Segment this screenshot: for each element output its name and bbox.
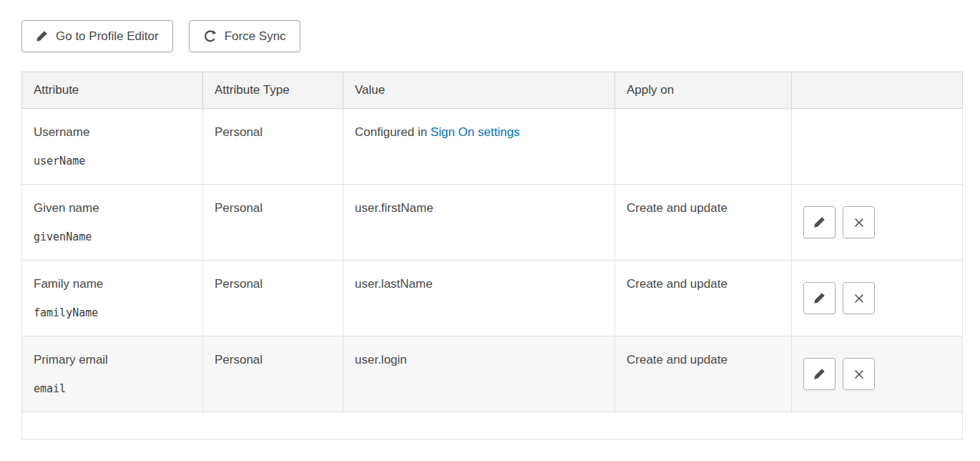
pencil-icon xyxy=(813,216,825,228)
attribute-label: Given name xyxy=(34,201,191,215)
table-row: Given name givenName Personal user.first… xyxy=(22,185,963,261)
table-row: Family name familyName Personal user.las… xyxy=(22,261,963,336)
attribute-cell: Primary email email xyxy=(22,336,203,412)
table-row: Primary email email Personal user.login … xyxy=(22,336,963,412)
table-row: Username userName Personal Configured in… xyxy=(22,109,963,185)
attribute-cell: Given name givenName xyxy=(22,185,203,261)
attribute-variable-name: familyName xyxy=(34,306,191,319)
attribute-cell: Username userName xyxy=(22,109,203,185)
apply-on-cell: Create and update xyxy=(615,185,792,261)
refresh-icon xyxy=(203,29,217,43)
value-text: Configured in xyxy=(355,125,431,139)
go-to-profile-editor-button[interactable]: Go to Profile Editor xyxy=(21,20,173,52)
attribute-variable-name: userName xyxy=(34,155,191,168)
edit-attribute-button[interactable] xyxy=(803,282,836,314)
attribute-variable-name: email xyxy=(34,382,191,395)
go-to-profile-editor-label: Go to Profile Editor xyxy=(56,29,159,44)
apply-on-cell: Create and update xyxy=(615,261,792,336)
empty-cell xyxy=(22,412,963,440)
pencil-icon xyxy=(36,30,48,42)
x-icon xyxy=(853,217,865,228)
attribute-cell: Family name familyName xyxy=(22,261,203,336)
apply-on-cell xyxy=(615,109,792,185)
value-cell: user.firstName xyxy=(343,185,615,261)
column-header-apply-on: Apply on xyxy=(615,72,792,109)
value-cell: Configured in Sign On settings xyxy=(343,109,615,185)
table-row xyxy=(22,412,963,440)
x-icon xyxy=(853,369,865,380)
x-icon xyxy=(853,293,865,304)
table-header-row: Attribute Attribute Type Value Apply on xyxy=(22,72,963,109)
attribute-type-cell: Personal xyxy=(203,109,343,185)
value-cell: user.lastName xyxy=(343,261,615,336)
attribute-label: Family name xyxy=(34,277,191,291)
attribute-type-cell: Personal xyxy=(203,336,343,412)
attribute-mappings-table: Attribute Attribute Type Value Apply on … xyxy=(21,72,963,440)
column-header-attribute: Attribute xyxy=(22,72,203,109)
force-sync-button[interactable]: Force Sync xyxy=(189,20,300,52)
column-header-attribute-type: Attribute Type xyxy=(203,72,343,109)
remove-attribute-button[interactable] xyxy=(843,358,875,390)
apply-on-cell: Create and update xyxy=(615,336,792,412)
actions-cell xyxy=(792,336,963,412)
edit-attribute-button[interactable] xyxy=(803,358,836,390)
remove-attribute-button[interactable] xyxy=(843,206,875,238)
actions-cell xyxy=(792,261,963,336)
attribute-label: Primary email xyxy=(34,353,191,367)
remove-attribute-button[interactable] xyxy=(843,282,875,314)
pencil-icon xyxy=(813,368,825,380)
column-header-actions xyxy=(792,72,963,109)
pencil-icon xyxy=(813,292,825,304)
value-cell: user.login xyxy=(343,336,615,412)
actions-cell xyxy=(792,185,963,261)
attribute-variable-name: givenName xyxy=(34,230,191,243)
attribute-type-cell: Personal xyxy=(203,185,343,261)
attribute-label: Username xyxy=(34,125,191,140)
edit-attribute-button[interactable] xyxy=(803,206,836,238)
attribute-type-cell: Personal xyxy=(203,261,343,336)
column-header-value: Value xyxy=(343,72,615,109)
toolbar: Go to Profile Editor Force Sync xyxy=(0,0,980,52)
force-sync-label: Force Sync xyxy=(225,29,286,44)
sign-on-settings-link[interactable]: Sign On settings xyxy=(431,125,520,139)
actions-cell xyxy=(792,109,963,185)
